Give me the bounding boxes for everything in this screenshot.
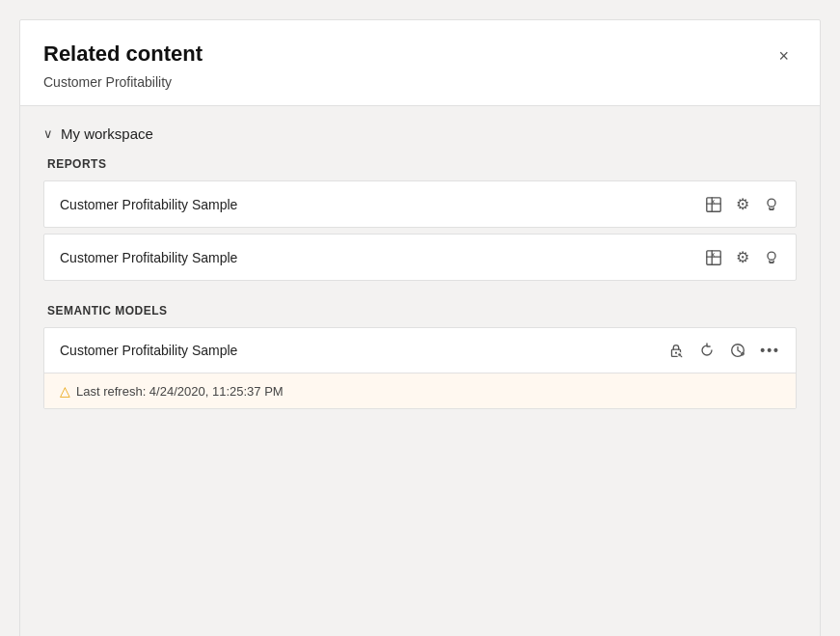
schedule-refresh-icon[interactable] bbox=[729, 342, 746, 359]
excel-icon-svg: X bbox=[705, 196, 722, 213]
chevron-down-icon: ∨ bbox=[43, 126, 53, 141]
panel-header: Related content Customer Profitability × bbox=[20, 20, 820, 106]
last-refresh-text: Last refresh: 4/24/2020, 11:25:37 PM bbox=[76, 384, 284, 399]
item-card-row: Customer Profitability Sample bbox=[44, 328, 796, 373]
item-name: Customer Profitability Sample bbox=[60, 343, 237, 358]
bulb-svg bbox=[763, 249, 780, 266]
workspace-toggle[interactable]: ∨ My workspace bbox=[43, 125, 153, 142]
security-svg bbox=[667, 342, 685, 359]
svg-text:X: X bbox=[712, 199, 715, 204]
schedule-svg bbox=[729, 342, 746, 359]
workspace-section: ∨ My workspace REPORTS Customer Profitab… bbox=[43, 125, 797, 409]
reports-section: REPORTS Customer Profitability Sample bbox=[43, 157, 797, 281]
related-content-panel: Related content Customer Profitability ×… bbox=[19, 19, 821, 636]
item-name: Customer Profitability Sample bbox=[60, 250, 237, 265]
item-actions: X ⚙ bbox=[705, 195, 780, 213]
svg-point-10 bbox=[768, 252, 775, 260]
reports-section-label: REPORTS bbox=[47, 157, 797, 171]
bulb-svg bbox=[763, 196, 780, 213]
semantic-models-list: Customer Profitability Sample bbox=[43, 327, 797, 409]
item-name: Customer Profitability Sample bbox=[60, 197, 237, 212]
quick-insights-icon[interactable] bbox=[763, 249, 780, 266]
reports-list: Customer Profitability Sample X ⚙ bbox=[43, 180, 797, 281]
excel-icon-svg: X bbox=[705, 249, 722, 266]
refresh-svg bbox=[698, 342, 716, 359]
quick-insights-icon[interactable] bbox=[763, 196, 780, 213]
row-level-security-icon[interactable] bbox=[667, 342, 685, 359]
close-button[interactable]: × bbox=[771, 43, 797, 69]
svg-point-4 bbox=[768, 199, 775, 207]
panel-subtitle: Customer Profitability bbox=[43, 74, 203, 90]
list-item: Customer Profitability Sample bbox=[43, 327, 797, 409]
panel-body: ∨ My workspace REPORTS Customer Profitab… bbox=[20, 106, 820, 636]
warning-icon: △ bbox=[60, 383, 70, 399]
svg-point-13 bbox=[675, 352, 677, 354]
item-card-footer: △ Last refresh: 4/24/2020, 11:25:37 PM bbox=[44, 373, 796, 408]
panel-title: Related content bbox=[43, 41, 203, 67]
item-actions: X ⚙ bbox=[705, 248, 780, 266]
settings-icon[interactable]: ⚙ bbox=[736, 248, 749, 266]
list-item: Customer Profitability Sample X ⚙ bbox=[43, 234, 797, 281]
semantic-models-section: SEMANTIC MODELS Customer Profitability S… bbox=[43, 304, 797, 409]
list-item: Customer Profitability Sample X ⚙ bbox=[43, 180, 797, 228]
item-actions: ••• bbox=[667, 342, 780, 359]
settings-icon[interactable]: ⚙ bbox=[736, 195, 749, 213]
header-text: Related content Customer Profitability bbox=[43, 41, 203, 90]
excel-analyze-icon[interactable]: X bbox=[705, 249, 722, 266]
semantic-models-label: SEMANTIC MODELS bbox=[47, 304, 797, 318]
more-actions-icon[interactable]: ••• bbox=[760, 343, 780, 358]
excel-analyze-icon[interactable]: X bbox=[705, 196, 722, 213]
workspace-label: My workspace bbox=[61, 125, 153, 142]
svg-text:X: X bbox=[712, 252, 715, 257]
refresh-icon[interactable] bbox=[698, 342, 716, 359]
